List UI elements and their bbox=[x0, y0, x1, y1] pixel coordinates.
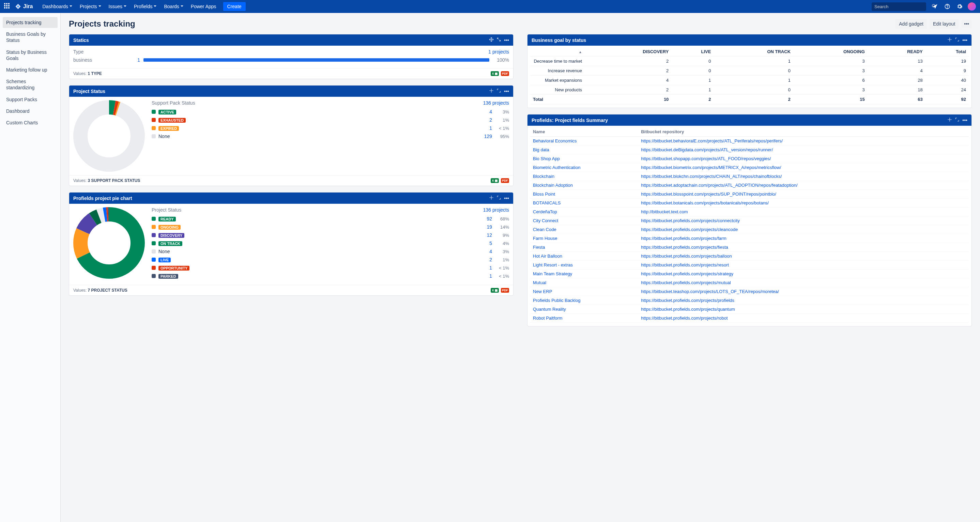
search-box[interactable] bbox=[872, 2, 926, 11]
sort-icon[interactable]: ▲ bbox=[579, 50, 582, 54]
sidebar-item-dashboard[interactable]: Dashboard bbox=[3, 106, 57, 116]
project-link[interactable]: BOTANICALS bbox=[533, 201, 560, 205]
repo-link[interactable]: http://bitbucket.text.com bbox=[641, 209, 687, 214]
project-link[interactable]: Bloss Point bbox=[533, 191, 555, 197]
repo-link[interactable]: https://bitbucket.profields.com/projects… bbox=[641, 236, 727, 241]
more-icon[interactable]: ••• bbox=[504, 196, 509, 201]
more-icon[interactable]: ••• bbox=[962, 118, 967, 123]
move-icon[interactable] bbox=[947, 117, 952, 123]
repo-link[interactable]: https://bitbucket.adoptachain.com/projec… bbox=[641, 183, 797, 188]
nav-profields[interactable]: Profields bbox=[130, 2, 160, 11]
search-input[interactable] bbox=[874, 4, 932, 9]
nav-power-apps[interactable]: Power Apps bbox=[188, 2, 220, 11]
notifications-icon[interactable] bbox=[931, 2, 939, 11]
repo-link[interactable]: https://bitbucket.profields.com/projects… bbox=[641, 263, 729, 267]
more-icon[interactable]: ••• bbox=[962, 38, 967, 43]
project-link[interactable]: Big data bbox=[533, 147, 549, 152]
project-link[interactable]: Profields Public Backlog bbox=[533, 298, 580, 303]
project-link[interactable]: Hot Air Balloon bbox=[533, 253, 562, 259]
col-header[interactable]: Name bbox=[530, 127, 638, 137]
col-header[interactable]: DISCOVERY bbox=[585, 47, 671, 57]
legend-count[interactable]: 19 bbox=[480, 224, 492, 230]
help-icon[interactable] bbox=[943, 2, 951, 11]
expand-icon[interactable] bbox=[955, 117, 959, 123]
move-icon[interactable] bbox=[489, 37, 494, 43]
project-link[interactable]: Robot Paltform bbox=[533, 315, 563, 321]
project-link[interactable]: Blockchain Adoption bbox=[533, 183, 573, 188]
legend-count[interactable]: 12 bbox=[480, 232, 492, 238]
sidebar-item-schemes[interactable]: Schemes standardizing bbox=[3, 76, 57, 93]
sidebar-item-projects-tracking[interactable]: Projects tracking bbox=[3, 17, 57, 28]
export-excel-icon[interactable]: X ▦ bbox=[491, 71, 499, 76]
project-link[interactable]: Light Resort - extras bbox=[533, 263, 573, 267]
more-actions-button[interactable]: ••• bbox=[961, 20, 972, 28]
row-count[interactable]: 1 bbox=[135, 57, 140, 63]
legend-count[interactable]: 4 bbox=[480, 249, 492, 254]
sidebar-item-marketing[interactable]: Marketing follow up bbox=[3, 64, 57, 75]
sidebar-item-business-goals[interactable]: Business Goals by Status bbox=[3, 29, 57, 46]
repo-link[interactable]: https://bitbucket.profields.com/projects… bbox=[641, 298, 734, 303]
project-link[interactable]: Bio Shop App bbox=[533, 156, 560, 161]
expand-icon[interactable] bbox=[496, 88, 501, 94]
repo-link[interactable]: https://bitbucket.profields.com/projects… bbox=[641, 245, 728, 250]
projects-link[interactable]: 136 projects bbox=[483, 100, 509, 106]
move-icon[interactable] bbox=[489, 88, 494, 94]
repo-link[interactable]: https://bitbucket.blosspoint.com/project… bbox=[641, 191, 776, 197]
move-icon[interactable] bbox=[489, 195, 494, 201]
user-avatar[interactable] bbox=[968, 2, 976, 11]
project-link[interactable]: New ERP bbox=[533, 289, 552, 294]
legend-count[interactable]: 92 bbox=[480, 216, 492, 221]
move-icon[interactable] bbox=[947, 37, 952, 43]
col-header[interactable]: Bitbucket repository bbox=[638, 127, 969, 137]
sidebar-item-support-packs[interactable]: Support Packs bbox=[3, 94, 57, 105]
project-link[interactable]: Main Team Strategy bbox=[533, 271, 572, 276]
project-link[interactable]: Biometric Authentication bbox=[533, 165, 580, 170]
legend-count[interactable]: 1 bbox=[480, 126, 492, 131]
legend-count[interactable]: 5 bbox=[480, 240, 492, 246]
nav-boards[interactable]: Boards bbox=[161, 2, 186, 11]
col-header[interactable]: Total bbox=[926, 47, 969, 57]
settings-icon[interactable] bbox=[956, 2, 964, 11]
expand-icon[interactable] bbox=[496, 195, 501, 201]
export-pdf-icon[interactable]: PDF bbox=[501, 288, 509, 293]
projects-link[interactable]: 1 projects bbox=[488, 49, 509, 54]
repo-link[interactable]: https://bitbucket.botanicals.com/project… bbox=[641, 201, 769, 205]
repo-link[interactable]: https://bitbucket.profields.com/projects… bbox=[641, 307, 735, 312]
more-icon[interactable]: ••• bbox=[504, 38, 509, 43]
col-header[interactable]: LIVE bbox=[671, 47, 714, 57]
legend-count[interactable]: 129 bbox=[480, 134, 492, 139]
repo-link[interactable]: https://bitbucket.behavioralE.com/projec… bbox=[641, 138, 783, 143]
project-link[interactable]: Mutual bbox=[533, 280, 546, 285]
projects-link[interactable]: 136 projects bbox=[483, 207, 509, 213]
project-link[interactable]: Quantum Reality bbox=[533, 307, 566, 312]
expand-icon[interactable] bbox=[955, 37, 959, 43]
more-icon[interactable]: ••• bbox=[504, 89, 509, 94]
project-link[interactable]: Blockchain bbox=[533, 174, 554, 179]
jira-logo[interactable]: Jira bbox=[15, 3, 33, 10]
project-link[interactable]: City Connect bbox=[533, 218, 558, 223]
repo-link[interactable]: https://bitbucket.profields.com/projects… bbox=[641, 227, 738, 232]
repo-link[interactable]: https://bitbucket.blokchn.com/projects/C… bbox=[641, 174, 782, 179]
project-link[interactable]: Farm House bbox=[533, 236, 557, 241]
repo-link[interactable]: https://bitbucket.deBigdata.com/projects… bbox=[641, 147, 773, 152]
export-pdf-icon[interactable]: PDF bbox=[501, 178, 509, 183]
project-link[interactable]: Clean Code bbox=[533, 227, 557, 232]
repo-link[interactable]: https://bitbucket.profields.com/projects… bbox=[641, 253, 732, 259]
repo-link[interactable]: https://bitbucket.profields.com/projects… bbox=[641, 280, 731, 285]
legend-count[interactable]: 1 bbox=[480, 273, 492, 279]
expand-icon[interactable] bbox=[496, 37, 501, 43]
repo-link[interactable]: https://bitbucket.profields.com/projects… bbox=[641, 218, 740, 223]
legend-count[interactable]: 1 bbox=[480, 265, 492, 271]
project-link[interactable]: Fiesta bbox=[533, 245, 545, 250]
export-excel-icon[interactable]: X ▦ bbox=[491, 288, 499, 293]
export-pdf-icon[interactable]: PDF bbox=[501, 71, 509, 76]
edit-layout-button[interactable]: Edit layout bbox=[929, 19, 959, 29]
legend-count[interactable]: 2 bbox=[480, 257, 492, 263]
export-excel-icon[interactable]: X ▦ bbox=[491, 178, 499, 183]
repo-link[interactable]: https://bitbucket.teashop.com/projects/L… bbox=[641, 289, 779, 294]
col-header[interactable]: ON TRACK bbox=[714, 47, 793, 57]
nav-projects[interactable]: Projects bbox=[76, 2, 105, 11]
repo-link[interactable]: https://bitbucket.shopapp.com/projects/A… bbox=[641, 156, 771, 161]
col-header[interactable]: READY bbox=[867, 47, 926, 57]
sidebar-item-status-business[interactable]: Status by Business Goals bbox=[3, 47, 57, 64]
